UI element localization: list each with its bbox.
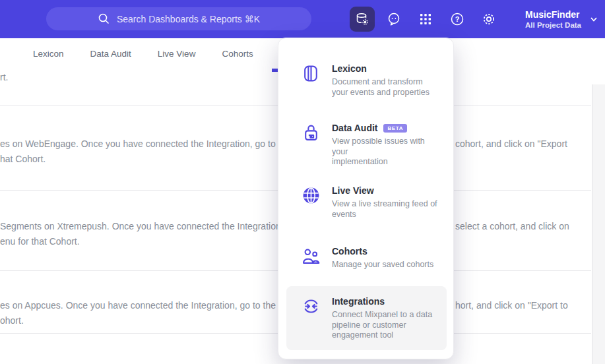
cohorts-people-icon [302,245,321,270]
search-placeholder: Search Dashboards & Reports ⌘K [117,14,260,24]
project-switcher[interactable]: MusicFinder All Project Data [525,0,598,38]
list-row: es on Appcues. Once you have connected t… [0,298,286,328]
book-icon [302,63,321,98]
menu-item-data-audit[interactable]: Data Audit BETA View possible issues wit… [286,113,447,177]
project-name: MusicFinder [525,9,581,20]
list-row: es on WebEngage. Once you have connected… [0,136,291,167]
menu-item-cohorts[interactable]: Cohorts Manage your saved cohorts [286,236,447,280]
chevron-down-icon [589,15,598,24]
search-icon [98,13,110,25]
scroll-rail[interactable] [592,84,605,364]
lock-audit-icon [302,122,321,167]
beta-badge: BETA [383,124,407,133]
menu-item-description: Connect Mixpanel to a data pipeline or c… [332,310,432,341]
sync-arrows-icon [302,295,321,341]
menu-item-title: Integrations [332,295,385,307]
row-text-fragment: es on WebEngage. Once you have connected… [0,136,291,152]
menu-item-description: View a live streaming feed of events [332,199,437,220]
menu-item-title: Data Audit [332,122,377,134]
data-management-icon[interactable] [350,7,375,32]
tab-live-view[interactable]: Live View [158,49,196,59]
top-header: Search Dashboards & Reports ⌘K [0,0,605,38]
row-text-fragment: es on Appcues. Once you have connected t… [0,298,286,313]
row-text-fragment: cohort, and click on "Export [455,136,567,152]
feedback-icon[interactable] [381,7,406,32]
row-text-fragment: select a cohort, and click on [455,219,569,234]
help-icon[interactable]: ? [445,7,470,32]
menu-item-description: Document and transform your events and p… [332,77,430,98]
menu-item-title: Cohorts [332,245,367,257]
row-text-fragment: hort, and click on "Export to [455,298,568,313]
row-text-fragment: Segments on Xtremepush. Once you have co… [0,219,284,234]
row-text-fragment: rt. [0,72,8,82]
globe-icon [302,185,321,220]
row-text-fragment: enu for that Cohort. [0,234,284,249]
menu-item-description: Manage your saved cohorts [332,260,433,270]
settings-gear-icon[interactable] [476,7,501,32]
tab-cohorts[interactable]: Cohorts [222,49,253,59]
app-window: rt. es on WebEngage. Once you have conne… [0,0,605,364]
header-icon-group: ? [350,0,501,38]
tab-lexicon[interactable]: Lexicon [33,49,64,59]
data-management-menu: Lexicon Document and transform your even… [278,38,454,359]
menu-item-description: View possible issues with your implement… [332,136,440,167]
svg-text:?: ? [455,15,460,23]
menu-item-integrations[interactable]: Integrations Connect Mixpanel to a data … [286,286,447,350]
menu-item-live-view[interactable]: Live View View a live streaming feed of … [286,175,447,229]
row-text-fragment: hat Cohort. [0,152,291,167]
project-scope: All Project Data [525,20,581,30]
apps-grid-icon[interactable] [413,7,438,32]
menu-item-lexicon[interactable]: Lexicon Document and transform your even… [286,53,447,107]
tab-data-audit[interactable]: Data Audit [90,49,131,59]
menu-item-title: Live View [332,185,374,197]
active-tab-indicator [272,69,278,72]
search-input[interactable]: Search Dashboards & Reports ⌘K [46,7,311,30]
list-row: rt. [0,70,8,85]
list-row: Segments on Xtremepush. Once you have co… [0,219,284,249]
menu-item-title: Lexicon [332,63,367,75]
row-text-fragment: ohort. [0,313,286,328]
